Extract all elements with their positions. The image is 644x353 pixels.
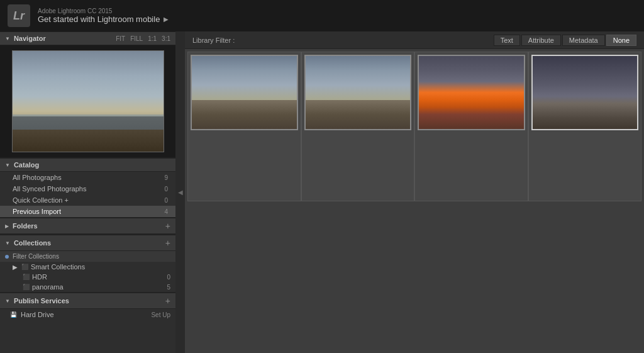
topbar: Lr Adobe Lightroom CC 2015 Get started w… [0, 0, 644, 31]
filter-collections-label: Filter Collections [13, 253, 59, 260]
zoom-fit[interactable]: FIT [116, 35, 125, 42]
navigator-preview [0, 45, 175, 157]
photo-thumb-2 [304, 55, 412, 130]
library-filter-bar: Library Filter : Text Attribute Metadata… [185, 31, 644, 49]
navigator-triangle: ▼ [5, 36, 10, 42]
catalog-item-quick[interactable]: Quick Collection + 0 [0, 194, 175, 206]
photo-thumb-1 [191, 55, 298, 130]
sky-photo-3 [419, 56, 524, 129]
smart-collections-item[interactable]: ▶ ⬛ Smart Collections [0, 262, 175, 272]
hdr-icon: ⬛ [23, 274, 30, 280]
catalog-quick-label: Quick Collection + [13, 196, 158, 204]
filter-collections-dot [5, 255, 9, 259]
left-collapse-tab[interactable]: ◀ [175, 31, 185, 353]
topbar-info: Adobe Lightroom CC 2015 Get started with… [38, 8, 169, 24]
topbar-subtitle: Get started with Lightroom mobile ▶ [38, 14, 169, 24]
topbar-subtitle-text: Get started with Lightroom mobile [38, 14, 160, 24]
catalog-title: Catalog [14, 161, 170, 169]
filter-none-button[interactable]: None [606, 35, 636, 46]
hard-drive-action[interactable]: Set Up [151, 311, 170, 318]
catalog-item-previous-import[interactable]: Previous Import 4 [0, 206, 175, 217]
smart-collections-label: Smart Collections [31, 263, 170, 271]
navigator-zoom-controls: FIT FILL 1:1 3:1 [116, 35, 170, 42]
photo-cell-empty-2 [301, 201, 415, 351]
panorama-collection-item[interactable]: ⬛ panorama 5 [0, 282, 175, 292]
collections-title: Collections [14, 239, 165, 247]
panorama-icon: ⬛ [23, 284, 30, 290]
filter-attribute-button[interactable]: Attribute [521, 35, 561, 46]
filter-collections-bar: Filter Collections [0, 251, 175, 262]
hdr-collection-item[interactable]: ⬛ HDR 0 [0, 272, 175, 282]
photo-cell-2[interactable]: 2 [301, 52, 415, 201]
left-sidebar: ▼ Navigator FIT FILL 1:1 3:1 ▼ Catalog [0, 31, 175, 353]
library-filter-label: Library Filter : [192, 36, 235, 44]
hard-drive-label: Hard Drive [21, 311, 151, 318]
hard-drive-icon: 💾 [10, 311, 17, 318]
photo-cell-4[interactable]: 4 [528, 52, 642, 201]
smart-collections-triangle: ▶ [13, 264, 18, 271]
catalog-quick-count: 0 [158, 197, 168, 204]
zoom-1-1[interactable]: 1:1 [148, 35, 157, 42]
folders-add-button[interactable]: + [165, 221, 170, 231]
zoom-3-1[interactable]: 3:1 [162, 35, 170, 42]
publish-add-button[interactable]: + [165, 296, 170, 306]
photo-grid: 1 2 3 4 [185, 49, 644, 353]
catalog-previous-label: Previous Import [13, 208, 158, 215]
navigator-title: Navigator [14, 35, 116, 42]
sky-photo-2 [306, 56, 411, 129]
catalog-panel-header[interactable]: ▼ Catalog [0, 158, 175, 172]
navigator-panel-header[interactable]: ▼ Navigator FIT FILL 1:1 3:1 [0, 31, 175, 45]
photo-thumb-4 [531, 55, 639, 130]
photo-cell-1[interactable]: 1 [187, 52, 301, 201]
filter-metadata-button[interactable]: Metadata [562, 35, 605, 46]
photo-cell-empty-4 [528, 201, 642, 351]
main-area: ▼ Navigator FIT FILL 1:1 3:1 ▼ Catalog [0, 31, 644, 353]
panorama-count: 5 [167, 284, 170, 291]
collections-panel-header[interactable]: ▼ Collections + [0, 235, 175, 251]
catalog-item-all-photos[interactable]: All Photographs 9 [0, 172, 175, 183]
publish-services-panel-header[interactable]: ▼ Publish Services + [0, 293, 175, 309]
catalog-item-synced[interactable]: All Synced Photographs 0 [0, 183, 175, 194]
hdr-count: 0 [167, 274, 170, 281]
topbar-arrow[interactable]: ▶ [164, 16, 169, 23]
catalog-all-photos-count: 9 [158, 174, 168, 181]
publish-services-title: Publish Services [14, 297, 165, 305]
topbar-app-name: Adobe Lightroom CC 2015 [38, 8, 169, 14]
collections-add-button[interactable]: + [165, 238, 170, 248]
catalog-synced-label: All Synced Photographs [13, 185, 158, 193]
panorama-label: panorama [32, 283, 167, 291]
folders-triangle: ▶ [5, 223, 9, 229]
publish-triangle: ▼ [5, 298, 10, 304]
hard-drive-item[interactable]: 💾 Hard Drive Set Up [0, 309, 175, 320]
photo-cell-3[interactable]: 3 [414, 52, 528, 201]
folders-title: Folders [13, 222, 165, 230]
catalog-synced-count: 0 [158, 186, 168, 193]
smart-collections-icon: ⬛ [21, 264, 28, 270]
hdr-label: HDR [32, 273, 167, 281]
catalog-triangle: ▼ [5, 162, 10, 168]
filter-text-button[interactable]: Text [494, 35, 520, 46]
folders-panel-header[interactable]: ▶ Folders + [0, 218, 175, 234]
content-area: Library Filter : Text Attribute Metadata… [185, 31, 644, 353]
photo-thumb-3 [418, 55, 525, 130]
navigator-image [12, 50, 164, 152]
sky-photo-1 [192, 56, 297, 129]
photo-cell-empty-3 [414, 201, 528, 351]
catalog-all-photos-label: All Photographs [13, 174, 158, 181]
photo-cell-empty-1 [187, 201, 301, 351]
zoom-fill[interactable]: FILL [130, 35, 143, 42]
catalog-previous-count: 4 [158, 208, 168, 215]
collections-triangle: ▼ [5, 240, 10, 246]
sky-photo-4 [533, 56, 638, 129]
left-tab-arrow: ◀ [177, 189, 184, 196]
lr-logo: Lr [8, 4, 30, 27]
